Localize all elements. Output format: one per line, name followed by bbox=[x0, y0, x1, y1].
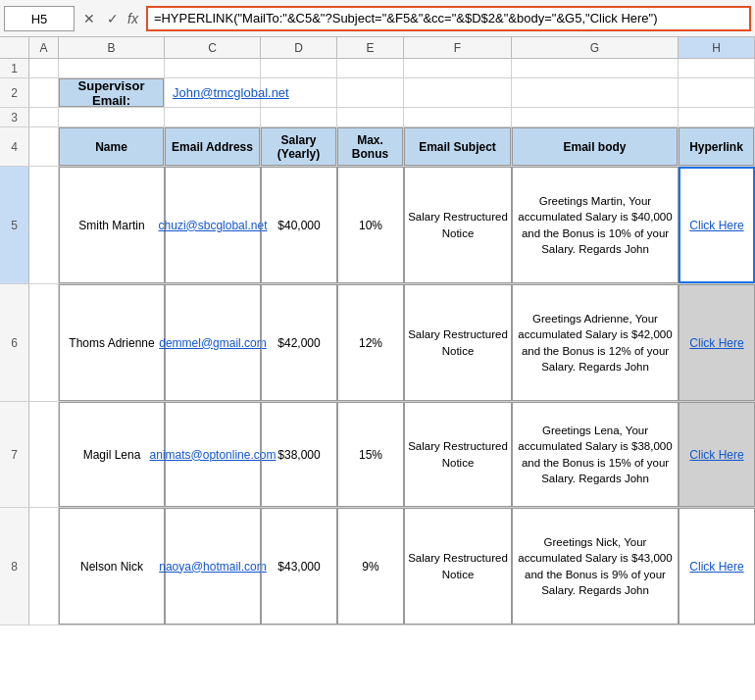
formula-text: =HYPERLINK("MailTo:"&C5&"?Subject="&F5&"… bbox=[154, 11, 658, 25]
cell-reference-box[interactable]: H5 bbox=[4, 6, 75, 31]
cell-a2[interactable] bbox=[29, 78, 59, 107]
column-headers: A B C D E F G H bbox=[0, 37, 755, 59]
cell-b3[interactable] bbox=[59, 108, 165, 127]
cell-e7-bonus[interactable]: 15% bbox=[337, 402, 404, 507]
col-bonus-header: Max. Bonus bbox=[337, 127, 403, 166]
cell-d8-salary[interactable]: $43,000 bbox=[261, 508, 337, 625]
cell-e8-bonus[interactable]: 9% bbox=[337, 508, 404, 625]
cell-d2[interactable] bbox=[261, 78, 337, 107]
cell-g1[interactable] bbox=[512, 59, 679, 78]
cell-g3[interactable] bbox=[512, 108, 679, 127]
cell-b8-name[interactable]: Nelson Nick bbox=[59, 508, 165, 625]
cell-b5-name[interactable]: Smith Martin bbox=[59, 167, 165, 283]
col-name-header: Name bbox=[59, 127, 164, 166]
cell-f3[interactable] bbox=[404, 108, 512, 127]
cell-h3[interactable] bbox=[679, 108, 755, 127]
cell-f2[interactable] bbox=[404, 78, 512, 107]
col-header-b[interactable]: B bbox=[59, 37, 165, 58]
cell-h4: Hyperlink bbox=[679, 127, 755, 166]
cell-f6-subject[interactable]: Salary Restructured Notice bbox=[404, 284, 512, 401]
col-subject-header: Email Subject bbox=[404, 127, 511, 166]
cell-b4: Name bbox=[59, 127, 165, 166]
cell-a4[interactable] bbox=[29, 127, 59, 166]
row-num-2[interactable]: 2 bbox=[0, 78, 29, 107]
cell-d5-salary[interactable]: $40,000 bbox=[261, 167, 337, 283]
cell-e2[interactable] bbox=[337, 78, 404, 107]
cell-a1[interactable] bbox=[29, 59, 59, 78]
col-body-header: Email body bbox=[512, 127, 678, 166]
row-6: 6 Thoms Adrienne demmel@gmail.com $42,00… bbox=[0, 284, 755, 402]
row-2: 2 Supervisor Email: John@tmcglobal.net bbox=[0, 78, 755, 108]
cell-c4: Email Address bbox=[165, 127, 261, 166]
cell-e3[interactable] bbox=[337, 108, 404, 127]
cell-g5-body[interactable]: Greetings Martin, Your accumulated Salar… bbox=[512, 167, 679, 283]
row-num-6[interactable]: 6 bbox=[0, 284, 29, 401]
cell-c7-email[interactable]: animats@optonline.com bbox=[165, 402, 261, 507]
row-num-5[interactable]: 5 bbox=[0, 167, 29, 283]
cell-g4: Email body bbox=[512, 127, 679, 166]
cell-h8-hyperlink[interactable]: Click Here bbox=[679, 508, 755, 625]
cell-d6-salary[interactable]: $42,000 bbox=[261, 284, 337, 401]
cell-a8[interactable] bbox=[29, 508, 59, 625]
col-header-f[interactable]: F bbox=[404, 37, 512, 58]
cell-f7-subject[interactable]: Salary Restructured Notice bbox=[404, 402, 512, 507]
cell-c5-email[interactable]: chuzi@sbcglobal.net bbox=[165, 167, 261, 283]
row-5: 5 Smith Martin chuzi@sbcglobal.net $40,0… bbox=[0, 167, 755, 284]
cell-c3[interactable] bbox=[165, 108, 261, 127]
cell-a7[interactable] bbox=[29, 402, 59, 507]
supervisor-label: Supervisor Email: bbox=[59, 78, 164, 107]
row-num-7[interactable]: 7 bbox=[0, 402, 29, 507]
row-3: 3 bbox=[0, 108, 755, 127]
cancel-button[interactable]: ✕ bbox=[78, 8, 100, 29]
cell-b1[interactable] bbox=[59, 59, 165, 78]
col-header-c[interactable]: C bbox=[165, 37, 261, 58]
col-header-e[interactable]: E bbox=[337, 37, 404, 58]
cell-g2[interactable] bbox=[512, 78, 679, 107]
row-num-4[interactable]: 4 bbox=[0, 127, 29, 166]
cell-c2[interactable]: John@tmcglobal.net bbox=[165, 78, 261, 107]
col-hyperlink-header: Hyperlink bbox=[679, 127, 754, 166]
cell-f1[interactable] bbox=[404, 59, 512, 78]
cell-h7-hyperlink[interactable]: Click Here bbox=[679, 402, 755, 507]
row-num-8[interactable]: 8 bbox=[0, 508, 29, 625]
cell-c1[interactable] bbox=[165, 59, 261, 78]
cell-g7-body[interactable]: Greetings Lena, Your accumulated Salary … bbox=[512, 402, 679, 507]
formula-input[interactable]: =HYPERLINK("MailTo:"&C5&"?Subject="&F5&"… bbox=[146, 6, 751, 31]
col-email-header: Email Address bbox=[165, 127, 260, 166]
cell-d1[interactable] bbox=[261, 59, 337, 78]
row-num-3[interactable]: 3 bbox=[0, 108, 29, 126]
cell-f8-subject[interactable]: Salary Restructured Notice bbox=[404, 508, 512, 625]
cell-h6-hyperlink[interactable]: Click Here bbox=[679, 284, 755, 401]
cell-a6[interactable] bbox=[29, 284, 59, 401]
cell-e6-bonus[interactable]: 12% bbox=[337, 284, 404, 401]
cell-g6-body[interactable]: Greetings Adrienne, Your accumulated Sal… bbox=[512, 284, 679, 401]
cell-a3[interactable] bbox=[29, 108, 59, 127]
cell-h2[interactable] bbox=[679, 78, 755, 107]
row-8: 8 Nelson Nick naoya@hotmail.com $43,000 … bbox=[0, 508, 755, 625]
cell-g8-body[interactable]: Greetings Nick, Your accumulated Salary … bbox=[512, 508, 679, 625]
col-header-h[interactable]: H bbox=[679, 37, 755, 58]
confirm-button[interactable]: ✓ bbox=[102, 8, 124, 29]
cell-e1[interactable] bbox=[337, 59, 404, 78]
formula-bar: H5 ✕ ✓ fx =HYPERLINK("MailTo:"&C5&"?Subj… bbox=[0, 0, 755, 37]
col-header-g[interactable]: G bbox=[512, 37, 679, 58]
row-1: 1 bbox=[0, 59, 755, 78]
cell-d4: Salary (Yearly) bbox=[261, 127, 337, 166]
cell-c6-email[interactable]: demmel@gmail.com bbox=[165, 284, 261, 401]
cell-f5-subject[interactable]: Salary Restructured Notice bbox=[404, 167, 512, 283]
cell-b6-name[interactable]: Thoms Adrienne bbox=[59, 284, 165, 401]
row-num-1[interactable]: 1 bbox=[0, 59, 29, 77]
cell-a5[interactable] bbox=[29, 167, 59, 283]
col-header-a[interactable]: A bbox=[29, 37, 59, 58]
corner-cell bbox=[0, 37, 29, 58]
cell-c8-email[interactable]: naoya@hotmail.com bbox=[165, 508, 261, 625]
cell-h5-hyperlink[interactable]: Click Here bbox=[679, 167, 755, 283]
cell-d3[interactable] bbox=[261, 108, 337, 127]
cell-d7-salary[interactable]: $38,000 bbox=[261, 402, 337, 507]
formula-buttons: ✕ ✓ bbox=[78, 8, 124, 29]
cell-e5-bonus[interactable]: 10% bbox=[337, 167, 404, 283]
cell-h1[interactable] bbox=[679, 59, 755, 78]
cell-e4: Max. Bonus bbox=[337, 127, 404, 166]
cell-b2: Supervisor Email: bbox=[59, 78, 165, 107]
col-header-d[interactable]: D bbox=[261, 37, 337, 58]
